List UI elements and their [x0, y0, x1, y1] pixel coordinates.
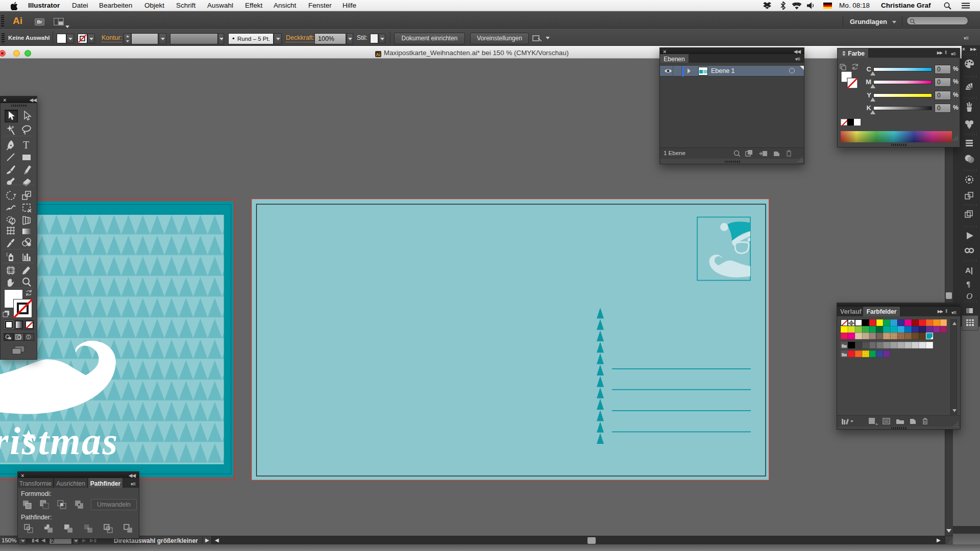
svg-text:¶: ¶ — [966, 280, 970, 288]
svg-text:O: O — [966, 291, 972, 301]
svg-text:A|: A| — [965, 266, 973, 274]
svg-text:×: × — [962, 46, 965, 52]
svg-text:ristmas: ristmas — [0, 419, 119, 462]
svg-text:Ai: Ai — [376, 52, 381, 57]
svg-text:▶▶: ▶▶ — [970, 47, 977, 52]
svg-text:T: T — [23, 139, 29, 151]
